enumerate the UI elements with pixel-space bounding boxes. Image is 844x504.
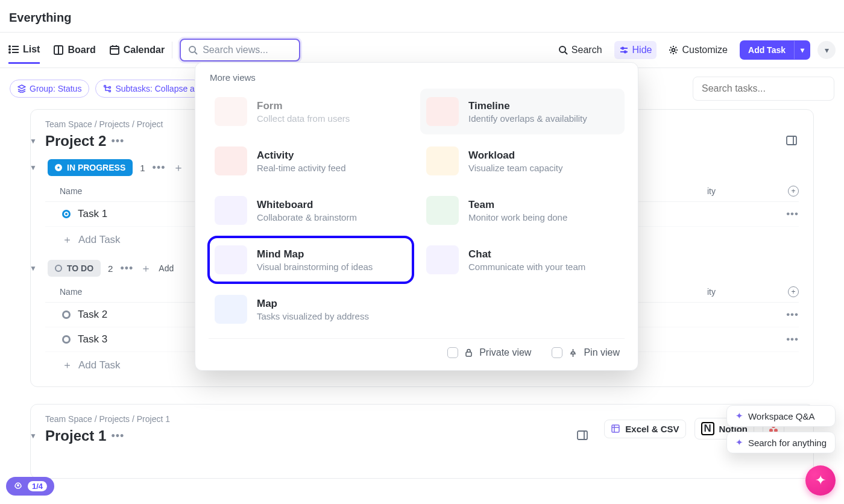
status-badge-in-progress[interactable]: IN PROGRESS bbox=[48, 159, 133, 176]
lock-icon bbox=[464, 348, 473, 358]
section-more-button[interactable]: ••• bbox=[153, 162, 166, 174]
onboarding-progress-pill[interactable]: 1/4 bbox=[6, 477, 54, 496]
tab-calendar[interactable]: Calendar bbox=[109, 44, 165, 64]
toolbar-customize-button[interactable]: Customize bbox=[664, 41, 732, 59]
svg-point-20 bbox=[672, 49, 675, 52]
collapse-caret-icon[interactable]: ▼ bbox=[28, 264, 38, 272]
view-option-map[interactable]: MapTasks visualized by address bbox=[209, 286, 413, 332]
view-option-timeline[interactable]: TimelineIdentify overlaps & availability bbox=[420, 89, 625, 134]
add-task-button[interactable]: Add Task ▾ bbox=[740, 40, 810, 60]
ai-fab-button[interactable]: ✦ bbox=[805, 465, 836, 496]
project-more-button[interactable]: ••• bbox=[111, 135, 124, 148]
status-badge-to-do[interactable]: TO DO bbox=[48, 260, 101, 277]
view-thumb-icon bbox=[426, 97, 459, 126]
workspace-qa-label: Workspace Q&A bbox=[748, 411, 815, 421]
status-badge-label: TO DO bbox=[67, 263, 93, 273]
checkbox-icon[interactable] bbox=[447, 347, 458, 358]
task-status-icon[interactable] bbox=[62, 310, 71, 319]
workspace-qa-chip[interactable]: ✦ Workspace Q&A bbox=[726, 405, 836, 427]
collapse-caret-icon[interactable]: ▼ bbox=[28, 432, 38, 440]
view-tabs: List Board Calendar bbox=[8, 44, 165, 57]
status-count: 2 bbox=[108, 263, 113, 274]
section-add-button[interactable]: ＋ bbox=[140, 261, 151, 276]
view-thumb-icon bbox=[426, 245, 459, 274]
svg-rect-32 bbox=[578, 431, 587, 439]
status-badge-label: IN PROGRESS bbox=[67, 163, 125, 172]
task-status-icon[interactable] bbox=[62, 210, 71, 218]
task-more-button[interactable]: ••• bbox=[786, 208, 799, 220]
view-option-form[interactable]: FormCollect data from users bbox=[209, 89, 413, 134]
plus-icon: ＋ bbox=[62, 358, 72, 372]
task-more-button[interactable]: ••• bbox=[786, 333, 799, 345]
column-name-header[interactable]: Name bbox=[60, 186, 82, 196]
group-status-pill[interactable]: Group: Status bbox=[10, 80, 89, 98]
view-option-title: Whiteboard bbox=[257, 199, 357, 211]
tab-calendar-label: Calendar bbox=[124, 45, 165, 55]
pin-view-toggle[interactable]: Pin view bbox=[552, 347, 620, 358]
panel-toggle-icon[interactable] bbox=[576, 429, 590, 443]
svg-point-5 bbox=[9, 52, 10, 53]
layers-icon bbox=[17, 84, 26, 93]
plus-icon: ＋ bbox=[62, 233, 72, 247]
add-column-button[interactable]: + bbox=[788, 286, 799, 297]
notion-icon: N bbox=[701, 422, 714, 435]
view-option-activity[interactable]: ActivityReal-time activity feed bbox=[209, 138, 413, 184]
svg-line-13 bbox=[195, 52, 197, 54]
svg-line-15 bbox=[565, 52, 567, 54]
svg-point-23 bbox=[109, 90, 111, 92]
toolbar-hide-label: Hide bbox=[632, 45, 652, 55]
view-option-workload[interactable]: WorkloadVisualize team capacity bbox=[420, 138, 625, 184]
tab-board[interactable]: Board bbox=[53, 44, 95, 64]
svg-point-18 bbox=[622, 48, 623, 49]
toolbar-search-button[interactable]: Search bbox=[553, 41, 607, 59]
column-right-header[interactable]: ity bbox=[707, 186, 716, 196]
project-card-project-1: Excel & CSV N Notion Team Space / Projec… bbox=[30, 404, 814, 479]
chevron-down-icon[interactable]: ▾ bbox=[794, 41, 810, 59]
subtasks-pill[interactable]: Subtasks: Collapse a bbox=[95, 80, 203, 98]
panel-toggle-icon[interactable] bbox=[786, 134, 799, 148]
subtasks-label: Subtasks: Collapse a bbox=[115, 84, 195, 93]
search-tasks-input[interactable] bbox=[702, 83, 825, 94]
search-tasks-field[interactable] bbox=[693, 77, 834, 101]
calendar-icon bbox=[109, 45, 120, 55]
svg-point-35 bbox=[17, 484, 19, 485]
view-thumb-icon bbox=[426, 196, 459, 225]
private-view-label: Private view bbox=[479, 347, 531, 358]
private-view-toggle[interactable]: Private view bbox=[447, 347, 531, 358]
add-column-button[interactable]: + bbox=[788, 186, 799, 197]
toolbar-hide-button[interactable]: Hide bbox=[614, 41, 657, 59]
sparkle-icon: ✦ bbox=[735, 411, 743, 421]
search-views-input[interactable] bbox=[203, 45, 292, 55]
view-option-team[interactable]: TeamMonitor work being done bbox=[420, 187, 625, 233]
collapse-caret-icon[interactable]: ▼ bbox=[28, 137, 38, 145]
collapse-caret-icon[interactable]: ▼ bbox=[28, 163, 38, 172]
view-option-title: Map bbox=[257, 298, 369, 310]
column-right-header[interactable]: ity bbox=[707, 287, 716, 297]
project-title: Project 2 bbox=[45, 133, 106, 150]
toolbar-overflow-button[interactable]: ▾ bbox=[817, 41, 836, 59]
task-status-icon[interactable] bbox=[62, 335, 71, 344]
view-option-chat[interactable]: ChatCommunicate with your team bbox=[420, 237, 625, 283]
checkbox-icon[interactable] bbox=[552, 347, 562, 358]
task-name: Task 2 bbox=[78, 309, 107, 321]
task-more-button[interactable]: ••• bbox=[786, 309, 799, 321]
pin-view-label: Pin view bbox=[584, 347, 620, 358]
subtasks-icon bbox=[103, 84, 112, 93]
section-more-button[interactable]: ••• bbox=[120, 262, 133, 275]
tab-list-label: List bbox=[23, 44, 40, 55]
view-option-whiteboard[interactable]: WhiteboardCollaborate & brainstorm bbox=[209, 187, 413, 233]
import-excel-chip[interactable]: Excel & CSV bbox=[604, 420, 685, 438]
view-option-title: Workload bbox=[468, 150, 562, 162]
sliders-icon bbox=[619, 45, 629, 55]
search-views-field[interactable] bbox=[180, 39, 300, 61]
section-add-button[interactable]: ＋ bbox=[173, 160, 184, 175]
status-count: 1 bbox=[140, 163, 145, 173]
view-option-mind-map[interactable]: Mind MapVisual brainstorming of ideas bbox=[209, 237, 413, 283]
tab-list[interactable]: List bbox=[8, 44, 40, 64]
svg-rect-34 bbox=[466, 352, 471, 356]
project-more-button[interactable]: ••• bbox=[111, 430, 124, 443]
task-name: Task 3 bbox=[78, 333, 107, 345]
section-add-inline-label[interactable]: Add bbox=[159, 263, 174, 273]
search-anything-chip[interactable]: ✦ Search for anything bbox=[726, 432, 836, 453]
column-name-header[interactable]: Name bbox=[60, 287, 82, 297]
